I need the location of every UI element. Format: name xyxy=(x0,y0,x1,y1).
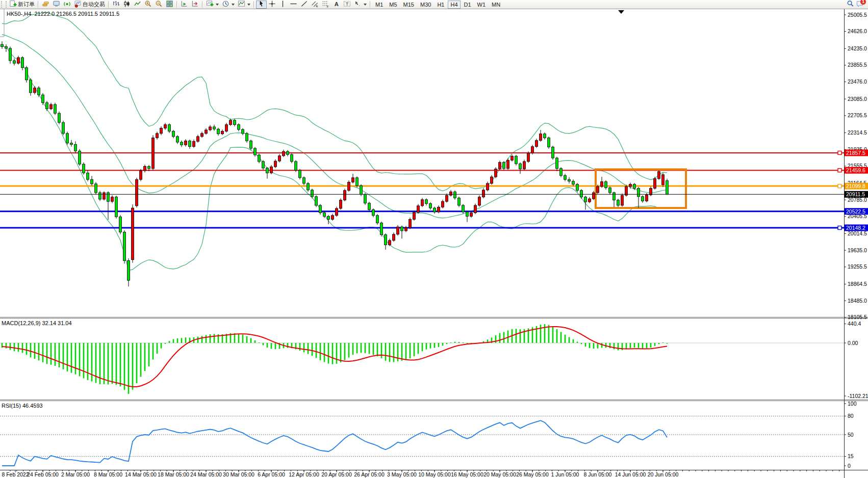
zoom-in-icon xyxy=(144,0,152,9)
signal-button[interactable] xyxy=(62,1,72,9)
search-icon xyxy=(847,0,854,9)
line-chart-button[interactable] xyxy=(132,1,143,9)
svg-text:24235.0: 24235.0 xyxy=(848,45,867,51)
svg-text:14 Jun 05:00: 14 Jun 05:00 xyxy=(615,471,646,477)
dropdown-arrow-icon xyxy=(364,4,367,6)
horizontal-line-icon xyxy=(290,0,297,9)
toolbar-separator xyxy=(370,1,371,8)
svg-text:10 May 05:00: 10 May 05:00 xyxy=(418,471,451,477)
candle-chart-button[interactable] xyxy=(121,1,132,9)
timeframe-M30[interactable]: M30 xyxy=(418,1,433,9)
svg-text:0.00: 0.00 xyxy=(848,340,858,346)
zoom-out-icon xyxy=(155,0,163,9)
svg-text:20 Apr 05:00: 20 Apr 05:00 xyxy=(321,471,352,477)
timeframe-M5[interactable]: M5 xyxy=(387,1,399,9)
periods-button[interactable] xyxy=(220,1,236,9)
svg-text:24 Feb 05:00: 24 Feb 05:00 xyxy=(27,471,59,477)
text-button[interactable]: A xyxy=(331,1,342,9)
autotrade-button[interactable]: 自动交易 xyxy=(72,1,107,9)
svg-text:20148.2: 20148.2 xyxy=(846,225,865,231)
svg-text:23476.0: 23476.0 xyxy=(848,78,867,85)
svg-text:20014.5: 20014.5 xyxy=(848,230,867,236)
chart-title: HK50-,H4 21222.0 21266.5 20911.5 20911.5 xyxy=(7,11,119,17)
chat-button[interactable]: 1 xyxy=(856,0,864,9)
chart-canvas[interactable]: 25005.524626.024235.023855.523476.023085… xyxy=(0,0,868,478)
trendline-icon xyxy=(300,0,308,9)
vertical-line-button[interactable] xyxy=(277,1,288,9)
line-chart-icon xyxy=(134,0,141,9)
auto-scroll-icon xyxy=(181,0,188,9)
application-window: 新订单 自动交易 E F A T M1M5M xyxy=(0,0,868,478)
zoom-in-button[interactable] xyxy=(143,1,154,9)
svg-text:A: A xyxy=(335,1,339,7)
timeframe-D1[interactable]: D1 xyxy=(462,1,474,9)
indicators-button[interactable] xyxy=(205,1,220,9)
line-handle-20148.2[interactable] xyxy=(838,226,841,230)
svg-text:24 Mar 05:00: 24 Mar 05:00 xyxy=(190,471,222,477)
tile-windows-icon xyxy=(166,0,173,9)
arrows-button[interactable] xyxy=(352,1,368,9)
search-button[interactable] xyxy=(845,1,856,9)
svg-text:25005.5: 25005.5 xyxy=(848,12,867,18)
svg-text:19635.0: 19635.0 xyxy=(848,247,867,253)
timeframe-bar: M1M5M15M30H1H4D1W1MN xyxy=(372,1,503,9)
svg-text:2 Mar 05:00: 2 Mar 05:00 xyxy=(61,471,90,477)
template-icon xyxy=(238,0,245,9)
svg-text:F: F xyxy=(327,5,329,8)
tile-windows-button[interactable] xyxy=(164,1,175,9)
trendline-button[interactable] xyxy=(299,1,310,9)
autotrade-label: 自动交易 xyxy=(83,1,105,8)
templates-button[interactable] xyxy=(236,1,252,9)
toolbar-separator xyxy=(253,1,254,8)
svg-text:100: 100 xyxy=(848,401,857,407)
timeframe-M15[interactable]: M15 xyxy=(401,1,417,9)
horizontal-line-button[interactable] xyxy=(288,1,299,9)
timeframe-MN[interactable]: MN xyxy=(489,1,503,9)
crosshair-button[interactable] xyxy=(267,1,277,9)
svg-text:20 Jun 05:00: 20 Jun 05:00 xyxy=(648,471,679,477)
svg-text:16 May 05:00: 16 May 05:00 xyxy=(451,471,483,477)
chart-background xyxy=(0,9,868,478)
bar-chart-button[interactable] xyxy=(111,1,121,9)
market-watch-button[interactable] xyxy=(40,1,51,9)
svg-text:440.4: 440.4 xyxy=(848,321,861,327)
rsi-indicator-label: RSI(15) 46.4593 xyxy=(2,403,43,409)
timeframe-W1[interactable]: W1 xyxy=(475,1,489,9)
monitor-icon xyxy=(53,0,60,9)
toolbar-grip[interactable] xyxy=(1,1,7,8)
svg-text:22705.5: 22705.5 xyxy=(848,112,867,118)
text-icon: A xyxy=(333,0,340,9)
svg-text:T: T xyxy=(346,2,348,7)
svg-text:21099.8: 21099.8 xyxy=(846,183,865,189)
cursor-button[interactable] xyxy=(256,1,267,9)
svg-text:26 May 05:00: 26 May 05:00 xyxy=(516,471,549,477)
auto-scroll-button[interactable] xyxy=(179,1,190,9)
dropdown-arrow-icon xyxy=(232,4,235,6)
line-handle-21099.8[interactable] xyxy=(838,184,841,188)
svg-text:18105.5: 18105.5 xyxy=(848,314,867,320)
chart-shift-icon xyxy=(191,0,199,9)
signal-icon xyxy=(63,0,71,9)
new-order-label: 新订单 xyxy=(18,1,35,8)
line-handle-21857.5[interactable] xyxy=(838,151,841,154)
channel-button[interactable]: E xyxy=(310,1,320,9)
fibonacci-button[interactable]: F xyxy=(320,1,331,9)
svg-text:18864.5: 18864.5 xyxy=(848,281,867,287)
terminal-button[interactable] xyxy=(51,1,62,9)
svg-text:22314.5: 22314.5 xyxy=(848,129,867,136)
zoom-out-button[interactable] xyxy=(154,1,164,9)
svg-text:18485.0: 18485.0 xyxy=(848,298,867,304)
equidistant-channel-icon: E xyxy=(311,0,319,9)
text-label-button[interactable]: T xyxy=(342,1,352,9)
new-order-button[interactable]: 新订单 xyxy=(8,1,36,9)
line-handle-21459.6[interactable] xyxy=(838,169,841,172)
svg-text:24626.0: 24626.0 xyxy=(848,28,867,34)
toolbar-separator xyxy=(202,1,203,8)
timeframe-M1[interactable]: M1 xyxy=(373,1,386,9)
timeframe-H4[interactable]: H4 xyxy=(448,1,460,9)
cursor-icon xyxy=(258,0,265,9)
shapes-arrow-icon xyxy=(354,0,362,9)
svg-text:6 Apr 05:00: 6 Apr 05:00 xyxy=(258,471,285,477)
timeframe-H1[interactable]: H1 xyxy=(435,1,447,9)
chart-shift-button[interactable] xyxy=(190,1,200,9)
